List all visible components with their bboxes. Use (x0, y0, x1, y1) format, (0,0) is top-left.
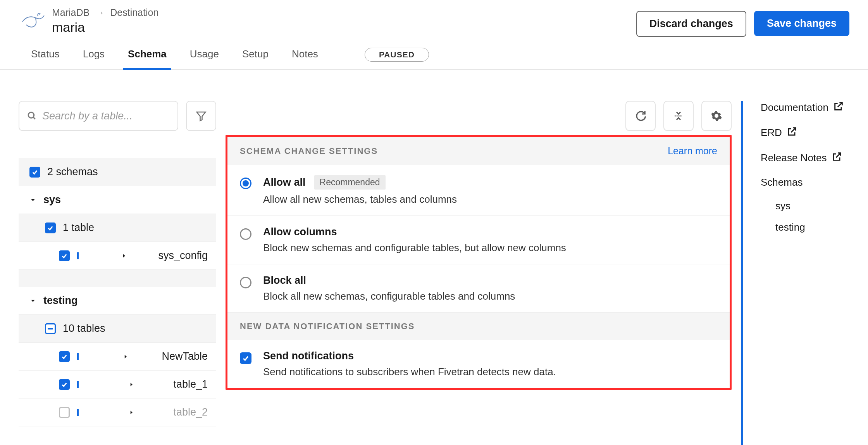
svg-marker-6 (125, 355, 127, 358)
table-row[interactable]: table_1 (19, 371, 216, 398)
table-name: table_2 (173, 406, 208, 418)
schemas-summary-row[interactable]: 2 schemas (19, 158, 216, 186)
search-icon (27, 110, 37, 121)
caret-right-icon (77, 409, 166, 416)
table-row[interactable]: sys_config (19, 242, 216, 270)
schema-change-title: SCHEMA CHANGE SETTINGS (240, 146, 378, 156)
option-title: Allow columns (263, 226, 337, 238)
radio-icon[interactable] (240, 178, 251, 189)
checkbox-icon[interactable] (240, 352, 251, 364)
checkbox-icon[interactable] (59, 379, 70, 390)
option-desc: Block all new schemas, configurable tabl… (263, 290, 515, 302)
breadcrumb: MariaDB → Destination (52, 7, 158, 18)
option-allow-all[interactable]: Allow all Recommended Allow all new sche… (227, 165, 730, 216)
caret-right-icon (77, 381, 166, 388)
svg-marker-4 (123, 254, 125, 257)
table-name: NewTable (162, 350, 208, 362)
external-link-icon (832, 151, 842, 165)
header: MariaDB → Destination maria Discard chan… (0, 0, 868, 37)
table-row[interactable]: table_2 (19, 398, 216, 426)
external-link-icon (833, 101, 844, 114)
table-summary-testing[interactable]: 10 tables (19, 315, 216, 343)
table-row[interactable]: NewTable (19, 343, 216, 371)
schema-change-header: SCHEMA CHANGE SETTINGS Learn more (227, 137, 730, 165)
radio-icon[interactable] (240, 277, 251, 288)
learn-more-link[interactable]: Learn more (668, 145, 717, 157)
collapse-button[interactable] (663, 101, 694, 131)
filter-icon (195, 110, 207, 122)
table-count: 1 table (63, 222, 94, 234)
notification-title: NEW DATA NOTIFICATION SETTINGS (240, 321, 415, 331)
schemas-label: Schemas (761, 176, 849, 188)
collapse-icon (673, 110, 684, 122)
checkbox-icon[interactable] (59, 351, 70, 362)
breadcrumb-destination[interactable]: Destination (110, 7, 158, 18)
svg-marker-3 (31, 199, 35, 201)
link-label: Release Notes (761, 152, 827, 164)
breadcrumb-connector[interactable]: MariaDB (52, 7, 90, 18)
schema-name: testing (43, 295, 78, 307)
tab-logs[interactable]: Logs (83, 48, 105, 69)
checkbox-icon[interactable] (59, 407, 70, 418)
status-pill: PAUSED (365, 48, 429, 62)
tabs: Status Logs Schema Usage Setup Notes PAU… (0, 37, 868, 70)
page-title: maria (52, 20, 158, 35)
option-allow-columns[interactable]: Allow columns Block new schemas and conf… (227, 216, 730, 264)
svg-marker-8 (131, 411, 133, 414)
option-desc: Block new schemas and configurable table… (263, 242, 566, 254)
tab-usage[interactable]: Usage (190, 48, 219, 69)
checkbox-icon[interactable] (45, 222, 56, 233)
schema-tree-column: 2 schemas sys 1 table sys_config testing (19, 101, 216, 445)
svg-marker-2 (197, 112, 206, 121)
svg-marker-7 (131, 383, 133, 386)
settings-panel: SCHEMA CHANGE SETTINGS Learn more Allow … (226, 135, 732, 390)
gear-icon (711, 110, 722, 122)
refresh-button[interactable] (625, 101, 656, 131)
settings-button[interactable] (701, 101, 732, 131)
search-input[interactable] (42, 110, 170, 122)
notification-header: NEW DATA NOTIFICATION SETTINGS (227, 313, 730, 340)
option-send-notifications[interactable]: Send notifications Send notifications to… (227, 340, 730, 388)
svg-line-1 (33, 117, 35, 119)
caret-right-icon (77, 353, 155, 360)
tab-notes[interactable]: Notes (292, 48, 318, 69)
table-summary-sys[interactable]: 1 table (19, 214, 216, 242)
checkbox-icon[interactable] (59, 250, 70, 261)
discard-button[interactable]: Discard changes (636, 11, 746, 37)
svg-marker-5 (31, 300, 35, 302)
tab-schema[interactable]: Schema (128, 48, 167, 69)
erd-link[interactable]: ERD (761, 126, 849, 140)
schema-link-testing[interactable]: testing (775, 221, 849, 233)
arrow-right-icon: → (95, 7, 105, 18)
notification-option-title: Send notifications (263, 350, 556, 362)
center-column: SCHEMA CHANGE SETTINGS Learn more Allow … (226, 101, 732, 445)
tab-setup[interactable]: Setup (242, 48, 269, 69)
search-box[interactable] (19, 101, 178, 131)
checkbox-indeterminate-icon[interactable] (45, 323, 56, 334)
notification-option-desc: Send notifications to subscribers when F… (263, 366, 556, 378)
table-count: 10 tables (63, 323, 105, 335)
spacer (19, 270, 216, 287)
save-button[interactable]: Save changes (754, 11, 849, 36)
svg-point-0 (28, 112, 34, 118)
table-name: table_1 (173, 378, 208, 390)
radio-icon[interactable] (240, 228, 251, 240)
schema-name: sys (43, 194, 61, 206)
option-desc: Allow all new schemas, tables and column… (263, 193, 457, 205)
schemas-summary: 2 schemas (47, 166, 98, 178)
schema-row-testing[interactable]: testing (19, 287, 216, 315)
checkbox-icon[interactable] (29, 167, 40, 178)
schema-row-sys[interactable]: sys (19, 186, 216, 214)
connector-logo-icon (19, 9, 46, 30)
caret-down-icon (29, 197, 36, 204)
caret-down-icon (29, 297, 36, 304)
option-block-all[interactable]: Block all Block all new schemas, configu… (227, 264, 730, 313)
recommended-badge: Recommended (314, 175, 386, 190)
schema-link-sys[interactable]: sys (775, 200, 849, 212)
tab-status[interactable]: Status (31, 48, 60, 69)
filter-button[interactable] (186, 101, 216, 131)
table-name: sys_config (158, 250, 208, 262)
release-notes-link[interactable]: Release Notes (761, 151, 849, 165)
documentation-link[interactable]: Documentation (761, 101, 849, 114)
option-title: Block all (263, 274, 306, 286)
